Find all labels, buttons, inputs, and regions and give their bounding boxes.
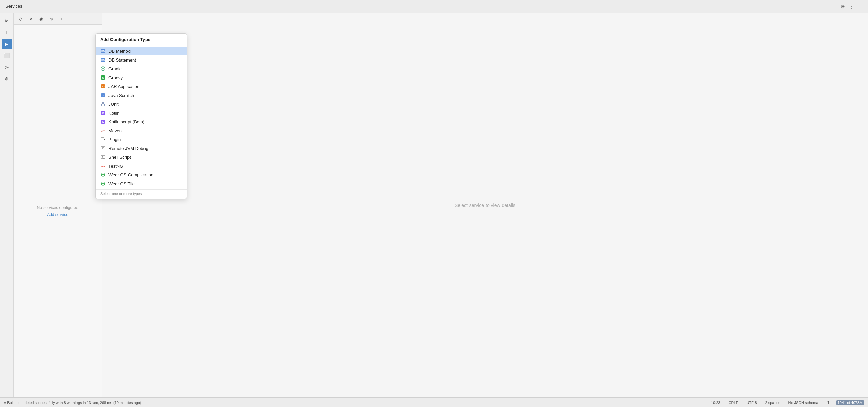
svg-text:K: K <box>102 120 104 123</box>
db-statement-icon: DB <box>100 57 106 63</box>
svg-point-30 <box>102 183 104 184</box>
window-title: Services <box>5 4 841 9</box>
kotlin-script-icon: K <box>100 119 106 124</box>
kotlin-icon: K <box>100 110 106 116</box>
svg-text:K: K <box>102 112 104 115</box>
status-json-schema[interactable]: No JSON schema <box>787 400 820 405</box>
dropdown-item-kotlin[interactable]: KKotlin <box>96 108 187 117</box>
svg-rect-20 <box>104 139 105 140</box>
kotlin-label: Kotlin <box>108 111 120 116</box>
status-bar: // Build completed successfully with 8 w… <box>0 397 868 407</box>
svg-text:DB: DB <box>101 59 105 61</box>
dropdown-item-shell-script[interactable]: $_Shell Script <box>96 153 187 162</box>
maven-icon: m <box>100 128 106 133</box>
svg-text:JAR: JAR <box>101 86 105 88</box>
services-panel: ◇ ✕ ◉ ⎋ + No services configured Add ser… <box>14 13 102 397</box>
sidebar-icon-git[interactable]: ⊛ <box>2 73 12 84</box>
wear-os-complication-icon <box>100 172 106 177</box>
dropdown-item-remote-jvm-debug[interactable]: Remote JVM Debug <box>96 144 187 153</box>
jar-application-label: JAR Application <box>108 84 139 89</box>
groovy-icon: G <box>100 75 106 80</box>
sidebar-icon-services[interactable]: ▶ <box>2 39 12 49</box>
plugin-icon <box>100 137 106 142</box>
dropdown-popup: Add Configuration Type DBDB MethodDBDB S… <box>95 33 187 199</box>
dropdown-item-wear-os-complication[interactable]: Wear OS Complication <box>96 170 187 179</box>
jar-application-icon: JAR <box>100 84 106 89</box>
dropdown-item-kotlin-script[interactable]: KKotlin script (Beta) <box>96 117 187 126</box>
svg-marker-13 <box>101 102 105 106</box>
testng-icon: NG <box>100 163 106 169</box>
svg-marker-12 <box>101 102 105 106</box>
close-button[interactable]: ✕ <box>27 15 35 22</box>
gradle-icon <box>100 66 106 71</box>
dropdown-item-maven[interactable]: mMaven <box>96 126 187 135</box>
plugin-label: Plugin <box>108 137 121 142</box>
main-content: Select service to view details <box>102 13 868 397</box>
svg-point-5 <box>102 68 104 69</box>
add-service-link[interactable]: Add service <box>47 212 68 217</box>
svg-text:G: G <box>102 76 104 79</box>
build-message: // Build completed successfully with 8 w… <box>4 401 704 405</box>
add-button[interactable]: + <box>58 15 65 22</box>
svg-text:NG: NG <box>101 165 105 168</box>
junit-label: JUnit <box>108 102 119 107</box>
no-services-text: No services configured <box>37 205 78 210</box>
java-scratch-label: Java Scratch <box>108 93 134 98</box>
status-position: 1041 of 4078M <box>836 400 864 405</box>
gradle-label: Gradle <box>108 66 122 71</box>
dropdown-list[interactable]: DBDB MethodDBDB StatementGradleGGroovyJA… <box>96 45 187 189</box>
left-sidebar: ⊳ ⊤ ▶ ⬜ ◷ ⊛ <box>0 13 14 397</box>
maven-label: Maven <box>108 128 122 133</box>
junit-icon <box>100 101 106 107</box>
svg-point-28 <box>102 174 104 175</box>
status-indent[interactable]: 2 spaces <box>764 400 782 405</box>
dropdown-item-plugin[interactable]: Plugin <box>96 135 187 144</box>
db-method-label: DB Method <box>108 49 131 54</box>
db-statement-label: DB Statement <box>108 57 136 63</box>
title-bar: Services ⊕ ⋮ — <box>0 0 868 13</box>
dropdown-item-gradle[interactable]: Gradle <box>96 64 187 73</box>
dropdown-item-java-scratch[interactable]: JJava Scratch <box>96 91 187 100</box>
sidebar-icon-tools[interactable]: ⊤ <box>2 27 12 37</box>
services-toolbar: ◇ ✕ ◉ ⎋ + <box>14 13 102 25</box>
status-encoding[interactable]: UTF-8 <box>745 400 758 405</box>
dropdown-item-junit[interactable]: JUnit <box>96 100 187 108</box>
groovy-label: Groovy <box>108 75 123 80</box>
main-layout: ⊳ ⊤ ▶ ⬜ ◷ ⊛ ◇ ✕ ◉ ⎋ + No services config… <box>0 13 868 397</box>
wear-os-tile-icon <box>100 181 106 186</box>
svg-text:$_: $_ <box>102 156 105 159</box>
svg-text:m: m <box>101 129 105 133</box>
svg-rect-19 <box>101 138 104 141</box>
export-button[interactable]: ⎋ <box>48 15 55 22</box>
title-bar-controls: ⊕ ⋮ — <box>841 4 863 9</box>
svg-text:DB: DB <box>101 50 105 52</box>
sidebar-icon-pointer[interactable]: ⊳ <box>2 16 12 26</box>
status-time: 10:23 <box>710 400 722 405</box>
dropdown-title: Add Configuration Type <box>96 34 187 45</box>
minimize-icon[interactable]: — <box>858 4 863 9</box>
add-circle-icon[interactable]: ⊕ <box>841 4 845 9</box>
dropdown-footer: Select one or more types <box>96 189 187 199</box>
dropdown-item-groovy[interactable]: GGroovy <box>96 73 187 82</box>
db-method-icon: DB <box>100 48 106 54</box>
kotlin-script-label: Kotlin script (Beta) <box>108 119 144 124</box>
sidebar-icon-monitor[interactable]: ⬜ <box>2 50 12 61</box>
eye-button[interactable]: ◉ <box>37 15 45 22</box>
sidebar-icon-time[interactable]: ◷ <box>2 62 12 72</box>
collapse-button[interactable]: ◇ <box>17 15 24 22</box>
svg-text:J: J <box>102 94 104 97</box>
java-scratch-icon: J <box>100 92 106 98</box>
shell-script-icon: $_ <box>100 154 106 160</box>
status-line-ending[interactable]: CRLF <box>727 400 740 405</box>
dropdown-item-db-statement[interactable]: DBDB Statement <box>96 55 187 64</box>
services-content: No services configured Add service <box>14 25 102 397</box>
status-upload-icon[interactable]: ⬆ <box>825 400 831 405</box>
more-options-icon[interactable]: ⋮ <box>849 4 854 9</box>
dropdown-item-wear-os-tile[interactable]: Wear OS Tile <box>96 179 187 188</box>
dropdown-item-jar-application[interactable]: JARJAR Application <box>96 82 187 91</box>
remote-jvm-debug-label: Remote JVM Debug <box>108 146 148 151</box>
dropdown-item-testng[interactable]: NGTestNG <box>96 162 187 170</box>
wear-os-tile-label: Wear OS Tile <box>108 181 135 186</box>
dropdown-item-db-method[interactable]: DBDB Method <box>96 47 187 55</box>
shell-script-label: Shell Script <box>108 155 131 160</box>
